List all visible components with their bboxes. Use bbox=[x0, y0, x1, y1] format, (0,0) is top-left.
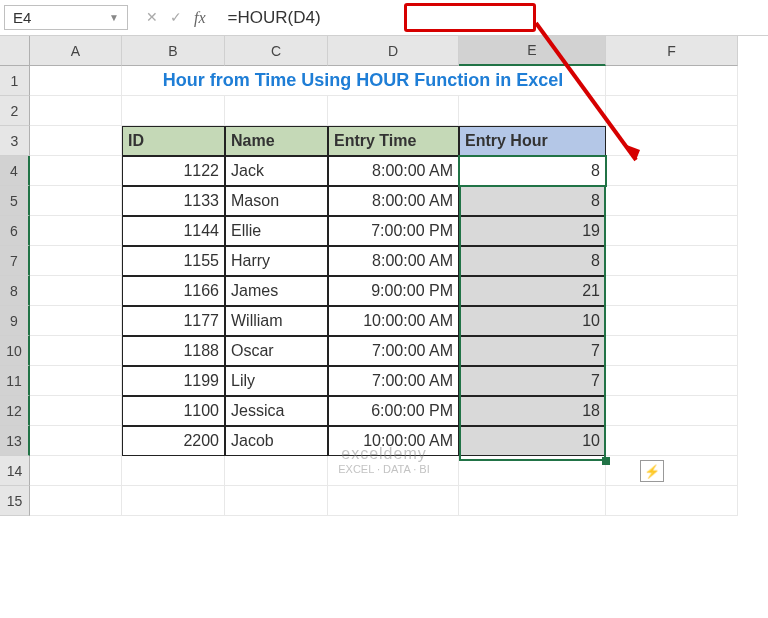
table-cell[interactable]: Jacob bbox=[225, 426, 328, 456]
row-header-12[interactable]: 12 bbox=[0, 396, 30, 426]
table-cell[interactable]: Lily bbox=[225, 366, 328, 396]
empty-cell[interactable] bbox=[30, 246, 122, 276]
empty-cell[interactable] bbox=[30, 486, 122, 516]
row-header-11[interactable]: 11 bbox=[0, 366, 30, 396]
empty-cell[interactable] bbox=[225, 486, 328, 516]
empty-cell[interactable] bbox=[328, 486, 459, 516]
empty-cell[interactable] bbox=[122, 486, 225, 516]
autofill-options-button[interactable]: ⚡ bbox=[640, 460, 664, 482]
table-cell[interactable]: 7 bbox=[459, 366, 606, 396]
fill-handle[interactable] bbox=[602, 457, 610, 465]
table-cell[interactable]: 7:00:00 AM bbox=[328, 336, 459, 366]
table-cell[interactable]: 1166 bbox=[122, 276, 225, 306]
empty-cell[interactable] bbox=[225, 456, 328, 486]
empty-cell[interactable] bbox=[606, 486, 738, 516]
empty-cell[interactable] bbox=[30, 336, 122, 366]
table-cell[interactable]: 1199 bbox=[122, 366, 225, 396]
table-cell[interactable]: 8 bbox=[459, 246, 606, 276]
table-cell[interactable]: 10:00:00 AM bbox=[328, 306, 459, 336]
empty-cell[interactable] bbox=[606, 306, 738, 336]
empty-cell[interactable] bbox=[30, 456, 122, 486]
table-cell[interactable]: 18 bbox=[459, 396, 606, 426]
table-cell[interactable]: Jessica bbox=[225, 396, 328, 426]
empty-cell[interactable] bbox=[459, 486, 606, 516]
table-cell[interactable]: 7 bbox=[459, 336, 606, 366]
empty-cell[interactable] bbox=[606, 246, 738, 276]
empty-cell[interactable] bbox=[606, 276, 738, 306]
svg-line-0 bbox=[536, 23, 636, 160]
table-cell[interactable]: 10 bbox=[459, 426, 606, 456]
row-header-13[interactable]: 13 bbox=[0, 426, 30, 456]
empty-cell[interactable] bbox=[606, 426, 738, 456]
table-cell[interactable]: 6:00:00 PM bbox=[328, 396, 459, 426]
row-header-14[interactable]: 14 bbox=[0, 456, 30, 486]
row-header-9[interactable]: 9 bbox=[0, 306, 30, 336]
row-header-10[interactable]: 10 bbox=[0, 336, 30, 366]
table-cell[interactable]: 8:00:00 AM bbox=[328, 246, 459, 276]
row-header-7[interactable]: 7 bbox=[0, 246, 30, 276]
empty-cell[interactable] bbox=[30, 366, 122, 396]
empty-cell[interactable] bbox=[606, 396, 738, 426]
autofill-icon: ⚡ bbox=[644, 464, 660, 479]
empty-cell[interactable] bbox=[122, 456, 225, 486]
table-cell[interactable]: 21 bbox=[459, 276, 606, 306]
empty-cell[interactable] bbox=[30, 396, 122, 426]
table-cell[interactable]: Oscar bbox=[225, 336, 328, 366]
empty-cell[interactable] bbox=[606, 336, 738, 366]
empty-cell[interactable] bbox=[606, 456, 738, 486]
table-cell[interactable]: 10 bbox=[459, 306, 606, 336]
table-cell[interactable]: 1177 bbox=[122, 306, 225, 336]
table-cell[interactable]: James bbox=[225, 276, 328, 306]
table-cell[interactable]: 1188 bbox=[122, 336, 225, 366]
watermark: exceldemy EXCEL · DATA · BI bbox=[338, 445, 430, 475]
empty-cell[interactable] bbox=[459, 456, 606, 486]
row-header-15[interactable]: 15 bbox=[0, 486, 30, 516]
table-cell[interactable]: 1155 bbox=[122, 246, 225, 276]
table-cell[interactable]: 9:00:00 PM bbox=[328, 276, 459, 306]
watermark-tagline: EXCEL · DATA · BI bbox=[338, 463, 430, 475]
table-cell[interactable]: 1100 bbox=[122, 396, 225, 426]
table-cell[interactable]: William bbox=[225, 306, 328, 336]
empty-cell[interactable] bbox=[30, 426, 122, 456]
empty-cell[interactable] bbox=[30, 276, 122, 306]
arrow-annotation bbox=[0, 0, 768, 240]
table-cell[interactable]: Harry bbox=[225, 246, 328, 276]
empty-cell[interactable] bbox=[606, 366, 738, 396]
empty-cell[interactable] bbox=[30, 306, 122, 336]
watermark-brand: exceldemy bbox=[338, 445, 430, 463]
row-header-8[interactable]: 8 bbox=[0, 276, 30, 306]
formula-highlight-box bbox=[404, 3, 536, 32]
table-cell[interactable]: 7:00:00 AM bbox=[328, 366, 459, 396]
table-cell[interactable]: 2200 bbox=[122, 426, 225, 456]
